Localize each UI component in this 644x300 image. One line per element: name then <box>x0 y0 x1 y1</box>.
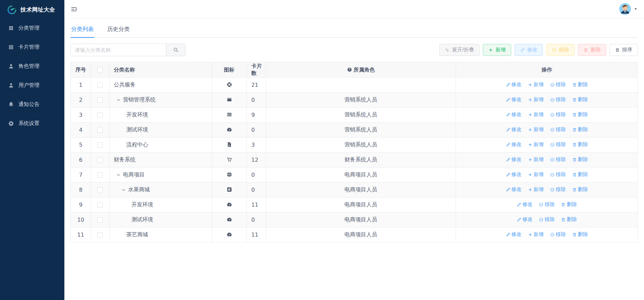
expand-toggle-icon[interactable] <box>116 98 121 102</box>
action-delete[interactable]: 删除 <box>572 81 588 88</box>
action-remove[interactable]: 移除 <box>550 231 566 238</box>
row-checkbox[interactable] <box>97 157 103 163</box>
action-remove[interactable]: 移除 <box>550 141 566 148</box>
action-remove[interactable]: 移除 <box>550 171 566 178</box>
lifering-icon <box>226 82 232 88</box>
row-checkbox[interactable] <box>97 82 103 88</box>
row-checkbox[interactable] <box>97 142 103 148</box>
expand-collapse-button[interactable]: 展开/折叠 <box>439 44 480 56</box>
delete-button[interactable]: 删除 <box>578 44 606 56</box>
action-edit[interactable]: 修改 <box>506 81 522 88</box>
sidebar-item-5[interactable]: 通知公告 <box>0 95 64 114</box>
add-button[interactable]: 新增 <box>483 44 511 56</box>
expand-toggle-icon[interactable] <box>116 173 121 177</box>
column-header-4: 图标 <box>212 62 247 78</box>
row-index: 6 <box>71 153 91 168</box>
action-delete[interactable]: 删除 <box>572 96 588 103</box>
row-checkbox[interactable] <box>97 112 103 118</box>
search-button[interactable] <box>166 44 185 56</box>
menu-fold-button[interactable] <box>70 6 77 13</box>
action-delete[interactable]: 删除 <box>572 111 588 118</box>
button-label: 移除 <box>559 47 569 53</box>
user-menu[interactable] <box>619 3 638 15</box>
action-remove[interactable]: 移除 <box>550 126 566 133</box>
action-add[interactable]: 新增 <box>528 141 544 148</box>
sidebar-item-6[interactable]: 系统设置 <box>0 114 64 133</box>
action-edit[interactable]: 修改 <box>506 156 522 163</box>
minuscircle-icon <box>539 217 544 222</box>
row-index: 3 <box>71 108 91 123</box>
minuscircle-icon <box>550 127 555 132</box>
action-delete[interactable]: 删除 <box>561 216 577 223</box>
row-checkbox[interactable] <box>97 187 103 193</box>
action-delete[interactable]: 删除 <box>572 186 588 193</box>
remove-button[interactable]: 移除 <box>546 44 575 56</box>
sort-button[interactable]: 排序 <box>610 44 638 56</box>
tab-1[interactable]: 分类列表 <box>70 22 94 38</box>
sidebar-item-4[interactable]: 用户管理 <box>0 76 64 95</box>
row-checkbox[interactable] <box>97 172 103 178</box>
action-add[interactable]: 新增 <box>528 111 544 118</box>
action-remove[interactable]: 移除 <box>550 81 566 88</box>
row-checkbox[interactable] <box>97 217 103 223</box>
action-delete[interactable]: 删除 <box>572 171 588 178</box>
action-edit[interactable]: 修改 <box>506 231 522 238</box>
action-label: 新增 <box>534 186 544 193</box>
sidebar-item-2[interactable]: 卡片管理 <box>0 37 64 57</box>
action-remove[interactable]: 移除 <box>550 156 566 163</box>
action-add[interactable]: 新增 <box>528 126 544 133</box>
action-edit[interactable]: 修改 <box>506 171 522 178</box>
row-checkbox[interactable] <box>97 127 103 133</box>
action-remove[interactable]: 移除 <box>539 201 555 208</box>
category-name-cell: 测试环境 <box>110 123 212 138</box>
sidebar-item-3[interactable]: 角色管理 <box>0 57 64 76</box>
action-delete[interactable]: 删除 <box>572 126 588 133</box>
action-add[interactable]: 新增 <box>528 81 544 88</box>
action-edit[interactable]: 修改 <box>506 186 522 193</box>
bell-icon <box>8 101 14 107</box>
action-remove[interactable]: 移除 <box>550 111 566 118</box>
action-edit[interactable]: 修改 <box>506 96 522 103</box>
tab-2[interactable]: 历史分类 <box>107 22 130 37</box>
action-edit[interactable]: 修改 <box>517 216 533 223</box>
edit-button[interactable]: 修改 <box>515 44 543 56</box>
action-edit[interactable]: 修改 <box>517 201 533 208</box>
action-delete[interactable]: 删除 <box>561 201 577 208</box>
row-checkbox[interactable] <box>97 97 103 103</box>
action-add[interactable]: 新增 <box>528 171 544 178</box>
action-edit[interactable]: 修改 <box>506 141 522 148</box>
action-remove[interactable]: 移除 <box>550 186 566 193</box>
action-add[interactable]: 新增 <box>528 231 544 238</box>
action-remove[interactable]: 移除 <box>539 216 555 223</box>
row-checkbox[interactable] <box>97 232 103 238</box>
sidebar-item-1[interactable]: 分类管理 <box>0 18 64 37</box>
gauge-icon <box>226 217 232 222</box>
action-delete[interactable]: 删除 <box>572 231 588 238</box>
select-all-checkbox[interactable] <box>97 67 103 73</box>
action-edit[interactable]: 修改 <box>506 111 522 118</box>
action-delete[interactable]: 删除 <box>572 141 588 148</box>
search-input[interactable] <box>71 44 166 56</box>
action-add[interactable]: 新增 <box>528 156 544 163</box>
action-label: 移除 <box>556 81 566 88</box>
category-icon-cell <box>212 183 247 198</box>
plus-icon <box>528 97 533 102</box>
action-label: 移除 <box>556 111 566 118</box>
action-delete[interactable]: 删除 <box>572 156 588 163</box>
actions-cell: 修改移除删除 <box>456 198 638 212</box>
column-header-7: 操作 <box>456 62 638 78</box>
action-remove[interactable]: 移除 <box>550 96 566 103</box>
role-cell: 营销系统人员 <box>266 123 456 138</box>
action-add[interactable]: 新增 <box>528 96 544 103</box>
action-edit[interactable]: 修改 <box>506 126 522 133</box>
row-checkbox[interactable] <box>97 202 103 208</box>
action-add[interactable]: 新增 <box>528 186 544 193</box>
expand-toggle-icon[interactable] <box>121 188 126 192</box>
action-label: 新增 <box>534 126 544 133</box>
card-count: 9 <box>247 108 266 123</box>
app-logo[interactable]: 技术网址大全 <box>0 0 64 16</box>
action-label: 新增 <box>534 171 544 178</box>
minuscircle-icon <box>550 157 555 162</box>
actions-cell: 修改新增移除删除 <box>456 108 638 123</box>
minuscircle-icon <box>550 187 555 192</box>
